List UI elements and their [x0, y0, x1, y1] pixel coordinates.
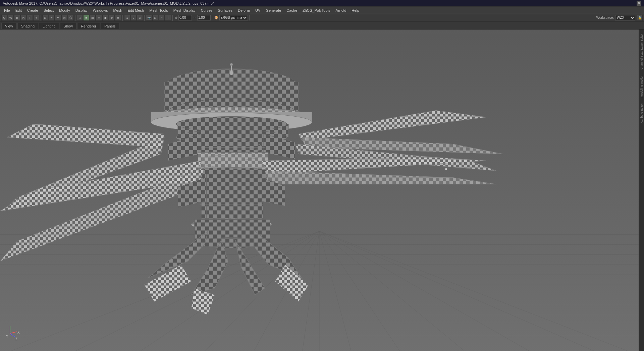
tool-group-display: □ ■ ⊞ ☀ ◑ ⊕ ◉ — [77, 15, 123, 21]
title-text: Autodesk Maya 2017: C:\Users\Chauliac\Dr… — [3, 1, 637, 5]
svg-text:X: X — [17, 331, 20, 334]
snap-grid-btn[interactable]: ⊞ — [42, 15, 48, 21]
menu-item-uv[interactable]: UV — [253, 8, 263, 13]
tool-group-renderer: 1 2 3 — [124, 15, 145, 21]
hud-btn[interactable]: i — [165, 15, 171, 21]
scene-3d: Y X Z — [0, 30, 639, 351]
value2-input[interactable] — [197, 15, 211, 20]
menu-item-edit-mesh[interactable]: Edit Mesh — [125, 8, 147, 13]
menu-item-select[interactable]: Select — [41, 8, 57, 13]
title-bar: Autodesk Maya 2017: C:\Users\Chauliac\Dr… — [0, 0, 644, 7]
menu-item-edit[interactable]: Edit — [13, 8, 24, 13]
panel-menu-renderer[interactable]: Renderer — [77, 23, 100, 29]
menu-item-mesh[interactable]: Mesh — [110, 8, 125, 13]
resolution-btn[interactable]: ⊟ — [152, 15, 158, 21]
menu-item-arnold[interactable]: Arnold — [333, 8, 349, 13]
svg-point-45 — [176, 117, 287, 131]
menu-item-file[interactable]: File — [1, 8, 13, 13]
menu-item-deform[interactable]: Deform — [235, 8, 253, 13]
panel-menu-view[interactable]: View — [1, 23, 17, 29]
modeling-toolkit-tab[interactable]: Modeling Toolkit — [639, 73, 644, 100]
panel-menu-panels[interactable]: Panels — [101, 23, 119, 29]
select-tool-btn[interactable]: Q — [1, 15, 7, 21]
colorspace-select[interactable]: sRGB gamma Linear — [219, 15, 248, 20]
viewport-toolbar: Q W E R T Y ⊞ ∿ ✦ ◎ ⬡ □ ■ ⊞ ☀ ◑ ⊕ ◉ 1 2 … — [0, 14, 644, 21]
snap-view-btn[interactable]: ◎ — [61, 15, 67, 21]
grid-toggle-btn[interactable]: # — [159, 15, 165, 21]
value1-input[interactable] — [178, 15, 192, 20]
menu-item-create[interactable]: Create — [24, 8, 41, 13]
panel-menu-bar: ViewShadingLightingShowRendererPanels — [0, 21, 644, 30]
svg-point-76 — [230, 63, 233, 66]
snap-surface-btn[interactable]: ⬡ — [68, 15, 74, 21]
rotate-tool-btn[interactable]: E — [14, 15, 20, 21]
tool-group-select: Q W E R T Y — [1, 15, 41, 21]
workspace-select[interactable]: WZX — [615, 15, 635, 20]
render-mode-3[interactable]: 3 — [137, 15, 143, 21]
workspace-lock-btn[interactable]: 🔒 — [637, 15, 643, 21]
tool-group-colorspace: 🎨 sRGB gamma Linear — [214, 15, 250, 20]
value2-label: ↔ — [192, 16, 197, 19]
workspace-area: Workspace: WZX 🔒 — [596, 15, 643, 21]
close-button[interactable]: ✕ — [637, 1, 641, 6]
tool-group-values: ⊕ ↔ — [174, 15, 212, 20]
colorspace-icon: 🎨 — [214, 16, 219, 19]
main-area: Y X Z persp (masterLayer) Channel Box / … — [0, 30, 644, 351]
panel-menu-show[interactable]: Show — [60, 23, 77, 29]
menu-item-modify[interactable]: Modify — [56, 8, 72, 13]
menu-item-help[interactable]: Help — [349, 8, 362, 13]
isolate-btn[interactable]: ◉ — [115, 15, 121, 21]
svg-text:Y: Y — [6, 335, 8, 338]
menu-item-mesh-tools[interactable]: Mesh Tools — [147, 8, 170, 13]
light-btn[interactable]: ☀ — [96, 15, 102, 21]
move-tool-btn[interactable]: W — [8, 15, 14, 21]
menu-item-windows[interactable]: Windows — [90, 8, 111, 13]
menu-item-display[interactable]: Display — [73, 8, 90, 13]
snap-curve-btn[interactable]: ∿ — [49, 15, 55, 21]
menu-item-cache[interactable]: Cache — [284, 8, 300, 13]
svg-text:Z: Z — [15, 337, 17, 341]
menu-bar: FileEditCreateSelectModifyDisplayWindows… — [0, 7, 644, 14]
render-mode-1[interactable]: 1 — [124, 15, 130, 21]
value1-label: ⊕ — [174, 16, 178, 19]
menu-item-curves[interactable]: Curves — [198, 8, 215, 13]
render-mode-2[interactable]: 2 — [130, 15, 137, 21]
menu-item-zhcg_polytools[interactable]: ZhCG_PolyTools — [300, 8, 333, 13]
panel-menu-lighting[interactable]: Lighting — [39, 23, 59, 29]
wireframe-btn[interactable]: □ — [77, 15, 83, 21]
viewport-3d[interactable]: Y X Z persp (masterLayer) — [0, 30, 639, 351]
tool-group-camera: 📷 ⊟ # i — [146, 15, 173, 21]
show-manip-btn[interactable]: Y — [33, 15, 39, 21]
right-panel-strip: Channel Box / Layer Editor Modeling Tool… — [639, 30, 644, 351]
smooth-shade-btn[interactable]: ■ — [83, 15, 89, 21]
menu-item-generate[interactable]: Generate — [263, 8, 284, 13]
workspace-label: Workspace: — [596, 16, 614, 19]
snap-point-btn[interactable]: ✦ — [55, 15, 61, 21]
svg-rect-61 — [206, 174, 260, 225]
shadow-btn[interactable]: ◑ — [102, 15, 108, 21]
attribute-editor-tab[interactable]: Attribute Editor — [639, 101, 644, 126]
channel-box-tab[interactable]: Channel Box / Layer Editor — [639, 31, 644, 72]
tool-group-snap: ⊞ ∿ ✦ ◎ ⬡ — [42, 15, 75, 21]
panel-menu-shading[interactable]: Shading — [17, 23, 38, 29]
menu-item-mesh-display[interactable]: Mesh Display — [171, 8, 198, 13]
camera-btn[interactable]: 📷 — [146, 15, 152, 21]
texture-btn[interactable]: ⊞ — [90, 15, 96, 21]
last-tool-btn[interactable]: T — [27, 15, 33, 21]
svg-point-74 — [229, 71, 233, 75]
menu-item-surfaces[interactable]: Surfaces — [215, 8, 235, 13]
scale-tool-btn[interactable]: R — [20, 15, 26, 21]
xray-btn[interactable]: ⊕ — [109, 15, 115, 21]
svg-point-83 — [445, 168, 447, 170]
